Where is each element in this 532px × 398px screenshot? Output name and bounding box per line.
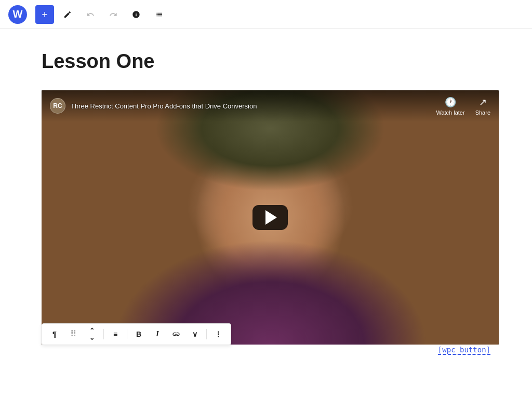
chevron-down-icon: ∨	[192, 330, 197, 338]
details-button[interactable]	[127, 5, 145, 24]
video-wrapper[interactable]: RC Three Restrict Content Pro Pro Add-on…	[42, 90, 499, 345]
wp-toolbar: W	[0, 0, 532, 29]
toolbar-separator-2	[127, 329, 127, 339]
align-icon: ≡	[113, 330, 117, 338]
more-icon: ⋮	[215, 330, 222, 338]
drag-handle[interactable]: ⠿	[65, 326, 82, 342]
undo-button[interactable]	[81, 5, 100, 24]
video-actions: 🕐 Watch later ↗ Share	[436, 97, 490, 116]
move-up-down[interactable]: ⌃⌄	[84, 326, 100, 342]
overflow-menu-button[interactable]: ⋮	[210, 326, 227, 342]
play-button[interactable]	[252, 205, 288, 230]
italic-label: I	[156, 330, 158, 338]
drag-icon: ⠿	[70, 329, 76, 339]
link-button[interactable]	[168, 326, 184, 342]
wp-content: Lesson One RC Three Restrict Content Pro…	[0, 29, 532, 367]
redo-button[interactable]	[104, 5, 123, 24]
add-block-button[interactable]	[35, 5, 54, 24]
share-button[interactable]: ↗ Share	[475, 97, 490, 116]
bold-button[interactable]: B	[130, 326, 147, 342]
toolbar-separator-1	[103, 329, 104, 339]
paragraph-type-button[interactable]: ¶	[46, 326, 63, 342]
tools-button[interactable]	[58, 5, 77, 24]
paragraph-icon: ¶	[52, 330, 57, 338]
share-icon: ↗	[479, 97, 487, 108]
link-icon	[172, 330, 180, 338]
watch-later-button[interactable]: 🕐 Watch later	[436, 97, 464, 116]
wp-logo[interactable]: W	[8, 5, 27, 24]
video-overlay-top: RC Three Restrict Content Pro Pro Add-on…	[42, 90, 499, 122]
watch-later-label: Watch later	[436, 109, 464, 116]
page-title: Lesson One	[42, 50, 490, 74]
bold-label: B	[136, 330, 141, 338]
video-title: Three Restrict Content Pro Pro Add-ons t…	[71, 102, 436, 110]
alignment-button[interactable]: ≡	[107, 326, 124, 342]
share-label: Share	[475, 109, 490, 116]
wpc-button-shortcode[interactable]: [wpc_button]	[438, 346, 490, 355]
italic-button[interactable]: I	[149, 326, 166, 342]
move-icon: ⌃⌄	[89, 327, 95, 341]
video-block: RC Three Restrict Content Pro Pro Add-on…	[42, 90, 499, 345]
watch-later-icon: 🕐	[445, 97, 456, 108]
video-thumbnail[interactable]: RC Three Restrict Content Pro Pro Add-on…	[42, 90, 499, 345]
more-options-dropdown[interactable]: ∨	[187, 326, 203, 342]
list-view-button[interactable]	[150, 5, 168, 24]
channel-avatar: RC	[50, 98, 65, 114]
block-toolbar: ¶ ⠿ ⌃⌄ ≡ B I	[42, 323, 231, 345]
toolbar-separator-3	[206, 329, 207, 339]
